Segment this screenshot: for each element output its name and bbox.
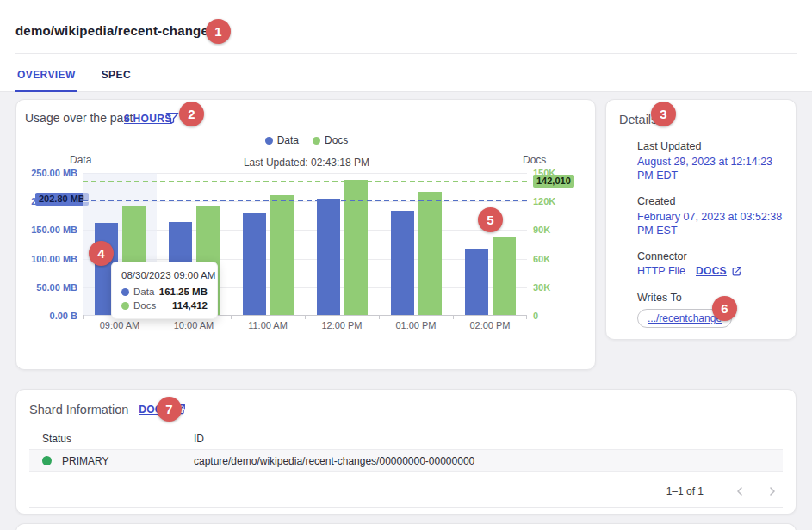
- chart-legend: Data Docs: [16, 134, 597, 146]
- detail-label-connector: Connector: [637, 250, 789, 262]
- connector-row: HTTP File DOCS: [637, 265, 789, 277]
- left-axis-title: Data: [70, 154, 91, 166]
- details-card: Details Last Updated August 29, 2023 at …: [605, 99, 797, 340]
- right-axis-tick: 30K: [533, 282, 550, 293]
- annotation-badge-7: 7: [157, 397, 182, 422]
- x-axis-tick: [379, 315, 380, 319]
- tab-overview[interactable]: OVERVIEW: [15, 60, 77, 92]
- tooltip-label-docs: Docs: [133, 300, 156, 311]
- annotation-badge-5: 5: [478, 207, 503, 232]
- status-cell: PRIMARY: [29, 455, 194, 467]
- annotation-badge-6: 6: [712, 296, 737, 321]
- table-row: PRIMARY capture/demo/wikipedia/recent-ch…: [29, 450, 783, 472]
- x-axis-tick: [526, 315, 527, 319]
- x-axis-tick: [453, 315, 454, 319]
- x-axis-label: 11:00 AM: [231, 320, 305, 330]
- pagination-label: 1–1 of 1: [666, 485, 704, 497]
- chart-last-updated: Last Updated: 02:43:18 PM: [16, 157, 597, 169]
- x-axis-tick: [83, 315, 84, 319]
- tooltip-dot-docs: [121, 302, 129, 310]
- tab-bar: OVERVIEW SPEC: [15, 60, 155, 92]
- left-axis-tick: 150.00 MB: [16, 225, 77, 235]
- shard-information-card: Shard Information DOCS Status ID PRIMARY…: [15, 389, 797, 515]
- right-axis-tick: 60K: [533, 254, 550, 264]
- next-page-icon[interactable]: [762, 481, 783, 502]
- left-axis-tick: 0.00 B: [16, 311, 77, 321]
- shard-heading: Shard Information: [29, 403, 128, 416]
- column-header-id: ID: [194, 433, 783, 445]
- bar-docs[interactable]: [418, 192, 442, 315]
- x-axis-tick: [231, 315, 232, 319]
- connector-name: HTTP File: [637, 265, 685, 277]
- filter-icon[interactable]: [164, 110, 180, 126]
- status-dot-green: [42, 456, 52, 465]
- pagination: 1–1 of 1: [666, 481, 783, 502]
- annotation-badge-2: 2: [179, 102, 204, 126]
- tooltip-row-data: Data 161.25 MB: [121, 287, 208, 297]
- writes-to-link: .../recentchange: [648, 312, 722, 324]
- details-body: Last Updated August 29, 2023 at 12:14:23…: [637, 140, 789, 328]
- x-axis-tick: [305, 315, 306, 319]
- right-axis-title: Docs: [523, 154, 546, 166]
- right-axis-tick: 120K: [533, 196, 555, 206]
- x-axis-label: 09:00 AM: [83, 320, 157, 330]
- x-axis-label: 10:00 AM: [157, 320, 231, 330]
- detail-value-created: February 07, 2023 at 03:52:38 PM EST: [637, 210, 789, 237]
- tooltip-date: 08/30/2023 09:00 AM: [121, 270, 208, 280]
- legend-label-data: Data: [277, 134, 299, 146]
- connector-docs-label: DOCS: [696, 265, 727, 277]
- annotation-badge-3: 3: [651, 102, 676, 126]
- annotation-badge-4: 4: [89, 241, 114, 266]
- usage-heading: Usage over the past: [25, 111, 133, 125]
- page-title: demo/wikipedia/recent-changes: [15, 23, 216, 38]
- legend-item-data[interactable]: Data: [265, 134, 299, 146]
- legend-item-docs[interactable]: Docs: [313, 134, 348, 146]
- detail-value-last-updated: August 29, 2023 at 12:14:23 PM EDT: [637, 155, 789, 182]
- title-divider: [15, 53, 797, 54]
- shard-table: Status ID PRIMARY capture/demo/wikipedia…: [29, 428, 783, 472]
- tooltip-value-data: 161.25 MB: [159, 287, 208, 297]
- right-axis-tick: 0: [533, 311, 538, 321]
- right-axis-tick: 90K: [533, 225, 550, 235]
- chart-tooltip: 08/30/2023 09:00 AM Data 161.25 MB Docs …: [111, 262, 218, 319]
- x-axis-label: 02:00 PM: [453, 320, 527, 330]
- data-max-marker: 202.80 MB: [35, 193, 89, 206]
- usage-card: Usage over the past 6 HOURS Data Docs La…: [15, 99, 596, 370]
- docs-max-marker: 142,010: [533, 175, 574, 188]
- shard-table-header: Status ID: [29, 428, 783, 450]
- external-link-icon: [731, 266, 742, 277]
- bar-data[interactable]: [317, 199, 340, 315]
- detail-label-created: Created: [637, 195, 789, 207]
- bar-data[interactable]: [465, 249, 488, 315]
- bar-docs[interactable]: [270, 195, 294, 315]
- page-header: demo/wikipedia/recent-changes OVERVIEW S…: [0, 0, 812, 92]
- x-axis-label: 12:00 PM: [305, 320, 379, 330]
- legend-dot-data: [265, 137, 273, 145]
- left-axis-tick: 250.00 MB: [16, 168, 77, 178]
- connector-docs-link[interactable]: DOCS: [696, 265, 742, 277]
- tooltip-value-docs: 114,412: [172, 300, 208, 311]
- left-axis-tick: 50.00 MB: [16, 282, 77, 293]
- bar-data[interactable]: [391, 211, 414, 316]
- card-bottom-divider: [29, 507, 783, 508]
- bar-data[interactable]: [243, 213, 266, 315]
- tooltip-dot-data: [121, 288, 129, 296]
- status-text: PRIMARY: [62, 455, 108, 467]
- column-header-status: Status: [29, 433, 194, 445]
- docs-max-refline: [83, 181, 527, 182]
- tooltip-row-docs: Docs 114,412: [121, 300, 208, 311]
- detail-label-last-updated: Last Updated: [637, 140, 789, 152]
- tab-spec[interactable]: SPEC: [100, 60, 133, 92]
- left-axis-tick: 100.00 MB: [16, 254, 77, 264]
- x-axis-label: 01:00 PM: [379, 320, 453, 330]
- previous-page-icon[interactable]: [729, 481, 750, 502]
- data-max-refline: [83, 200, 527, 201]
- legend-dot-docs: [313, 137, 320, 145]
- next-card-partial: [15, 523, 797, 530]
- annotation-badge-1: 1: [206, 19, 231, 44]
- id-cell: capture/demo/wikipedia/recent-changes/00…: [194, 455, 783, 467]
- tooltip-label-data: Data: [133, 287, 154, 297]
- legend-label-docs: Docs: [325, 134, 348, 146]
- bar-docs[interactable]: [493, 237, 516, 315]
